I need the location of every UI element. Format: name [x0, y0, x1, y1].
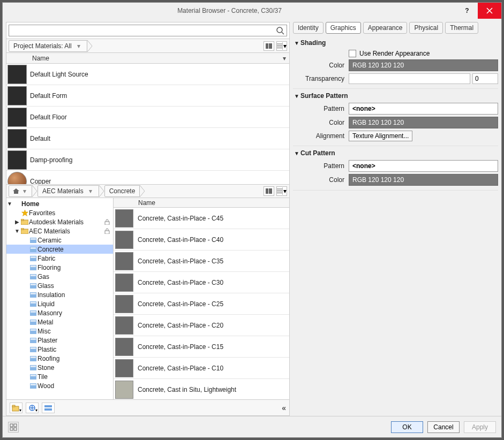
- asset-grid-button[interactable]: [8, 422, 19, 433]
- tree-icon: [29, 374, 37, 380]
- shading-section-header[interactable]: ▼Shading: [293, 38, 498, 48]
- texture-alignment-button[interactable]: Texture Alignment...: [349, 131, 412, 141]
- tree-category-concrete[interactable]: Concrete: [6, 245, 113, 254]
- tree-category-plaster[interactable]: Plaster: [6, 336, 113, 345]
- library-material-row[interactable]: Concrete, Cast-in-Place - C35: [114, 251, 289, 272]
- tree-category-metal[interactable]: Metal: [6, 317, 113, 327]
- tab-physical[interactable]: Physical: [409, 22, 443, 34]
- project-breadcrumb-row: Project Materials: All ▾ ▾: [6, 39, 289, 53]
- material-row[interactable]: Default: [6, 128, 289, 149]
- surface-pattern-picker[interactable]: <none>: [349, 103, 498, 115]
- tree-icon: [29, 356, 37, 361]
- aec-materials-crumb[interactable]: AEC Materials ▾: [37, 185, 99, 197]
- tree-category-gas[interactable]: Gas: [6, 272, 113, 281]
- tree-category-glass[interactable]: Glass: [6, 281, 113, 290]
- tree-category-masonry[interactable]: Masonry: [6, 308, 113, 317]
- material-row[interactable]: Damp-proofing: [6, 149, 289, 171]
- cut-pattern-picker[interactable]: <none>: [349, 160, 498, 172]
- name-column: Name: [29, 55, 280, 62]
- lib-view-thumbnails-button[interactable]: [264, 186, 274, 196]
- transparency-slider[interactable]: [349, 73, 470, 84]
- library-materials-list[interactable]: Concrete, Cast-in-Place - C45Concrete, C…: [114, 208, 289, 399]
- cut-color-swatch[interactable]: RGB 120 120 120: [349, 174, 498, 186]
- library-material-row[interactable]: Concrete, Cast-in-Place - C30: [114, 272, 289, 293]
- tree-label: Liquid: [37, 300, 112, 308]
- tree-category-tile[interactable]: Tile: [6, 372, 113, 381]
- sort-dropdown-icon[interactable]: ▾: [280, 55, 289, 62]
- material-row[interactable]: Copper: [6, 171, 289, 184]
- search-icon[interactable]: [276, 26, 284, 35]
- collapse-button[interactable]: «: [282, 404, 286, 412]
- material-name: Concrete, Cast-in-Place - C35: [138, 257, 223, 265]
- use-render-appearance-checkbox[interactable]: Use Render Appearance: [349, 50, 498, 57]
- project-list-header[interactable]: Name ▾: [6, 53, 289, 64]
- concrete-crumb[interactable]: Concrete: [104, 185, 140, 197]
- transparency-value[interactable]: 0: [472, 73, 498, 84]
- tree-category-stone[interactable]: Stone: [6, 363, 113, 372]
- panels-button[interactable]: [42, 403, 55, 413]
- tree-favorites[interactable]: Favorites: [6, 208, 113, 217]
- titlebar: Material Browser - Concrete, C30/37 ?: [3, 3, 501, 19]
- library-material-row[interactable]: Concrete, Cast-in-Place - C10: [114, 358, 289, 379]
- cancel-button[interactable]: Cancel: [427, 421, 460, 433]
- material-name: Concrete, Cast-in-Place - C15: [138, 343, 223, 351]
- surface-pattern-section-header[interactable]: ▼Surface Pattern: [293, 91, 498, 101]
- library-material-row[interactable]: Concrete, Cast-in-Place - C15: [114, 336, 289, 358]
- library-material-row[interactable]: Concrete, Cast-in-Place - C20: [114, 315, 289, 336]
- svg-rect-48: [31, 356, 36, 358]
- tree-autodesk-materials[interactable]: ▶Autodesk Materials: [6, 217, 113, 226]
- tab-graphics[interactable]: Graphics: [326, 22, 361, 34]
- cut-pattern-section-header[interactable]: ▼Cut Pattern: [293, 148, 498, 158]
- ok-button[interactable]: OK: [391, 421, 423, 433]
- library-material-row[interactable]: Concrete, Cast-in-Place - C25: [114, 293, 289, 315]
- library-material-row[interactable]: Concrete, Cast-in-Place - C45: [114, 208, 289, 229]
- open-library-button[interactable]: ▾: [10, 403, 22, 413]
- tree-category-plastic[interactable]: Plastic: [6, 345, 113, 354]
- tree-category-liquid[interactable]: Liquid: [6, 299, 113, 308]
- tree-category-ceramic[interactable]: Ceramic: [6, 236, 113, 245]
- tree-category-flooring[interactable]: Flooring: [6, 263, 113, 272]
- tree-label: Ceramic: [37, 237, 112, 244]
- tree-label: Plastic: [37, 346, 112, 353]
- new-material-button[interactable]: ▾: [26, 403, 39, 413]
- library-tree[interactable]: ▼HomeFavorites▶Autodesk Materials▼AEC Ma…: [6, 198, 114, 399]
- tree-aec-materials[interactable]: ▼AEC Materials: [6, 226, 113, 236]
- tree-label: Insulation: [37, 291, 112, 299]
- library-material-row[interactable]: Concrete, Cast-in-Place - C40: [114, 229, 289, 251]
- shading-color-swatch[interactable]: RGB 120 120 120: [349, 59, 498, 71]
- search-input[interactable]: [9, 25, 274, 36]
- lib-view-list-button[interactable]: ▾: [276, 186, 287, 196]
- tree-category-misc[interactable]: Misc: [6, 327, 113, 336]
- tree-category-insulation[interactable]: Insulation: [6, 290, 113, 299]
- view-dropdown-icon[interactable]: ▾: [282, 42, 287, 50]
- material-row[interactable]: Default Floor: [6, 107, 289, 128]
- tree-label: Glass: [37, 282, 112, 290]
- tree-category-wood[interactable]: Wood: [6, 381, 113, 390]
- project-materials-crumb[interactable]: Project Materials: All ▾: [9, 40, 87, 52]
- material-row[interactable]: Default Form: [6, 85, 289, 107]
- tab-appearance[interactable]: Appearance: [363, 22, 408, 34]
- tree-home[interactable]: ▼Home: [6, 199, 113, 208]
- material-row[interactable]: Default Light Source: [6, 64, 289, 85]
- caret-icon: ▼: [6, 201, 13, 207]
- crumb-separator-icon: [140, 185, 145, 197]
- home-crumb[interactable]: ▾: [9, 185, 32, 197]
- view-list-button[interactable]: ▾: [276, 41, 287, 51]
- view-dropdown-icon[interactable]: ▾: [282, 187, 287, 195]
- tree-category-fabric[interactable]: Fabric: [6, 254, 113, 263]
- tab-thermal[interactable]: Thermal: [445, 22, 478, 34]
- library-list-header[interactable]: Name: [114, 198, 289, 208]
- bottom-toolbar: ▾ ▾ «: [6, 399, 289, 415]
- surface-color-swatch[interactable]: RGB 120 120 120: [349, 117, 498, 128]
- help-button[interactable]: ?: [456, 7, 478, 14]
- svg-rect-38: [31, 311, 36, 313]
- caret-icon: ▶: [14, 219, 20, 225]
- material-swatch: [115, 252, 133, 270]
- tree-category-roofing[interactable]: Roofing: [6, 354, 113, 363]
- view-thumbnails-button[interactable]: [264, 41, 274, 51]
- window-title: Material Browser - Concrete, C30/37: [3, 7, 456, 14]
- close-button[interactable]: [478, 3, 501, 19]
- tab-identity[interactable]: Identity: [293, 22, 324, 34]
- library-material-row[interactable]: Concrete, Cast in Situ, Lightweight: [114, 379, 289, 399]
- project-materials-list[interactable]: Default Light SourceDefault FormDefault …: [6, 64, 289, 184]
